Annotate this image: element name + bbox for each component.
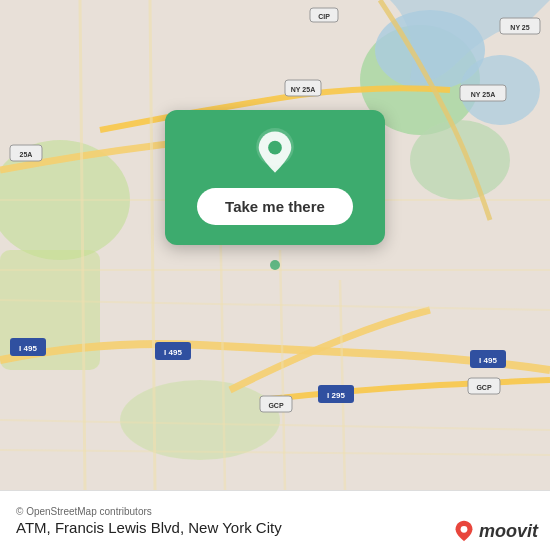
svg-text:GCP: GCP (476, 384, 492, 391)
location-pin-icon (251, 128, 299, 176)
svg-point-40 (270, 260, 280, 270)
svg-text:I 495: I 495 (479, 356, 497, 365)
moovit-pin-icon (453, 520, 475, 542)
moovit-logo: moovit (453, 520, 538, 542)
map-container: I 495 I 495 I 495 25A NY 25A NY 25A NY 2… (0, 0, 550, 490)
svg-point-5 (120, 380, 280, 460)
bottom-bar: © OpenStreetMap contributors ATM, Franci… (0, 490, 550, 550)
map-attribution: © OpenStreetMap contributors (16, 506, 534, 517)
svg-point-3 (410, 120, 510, 200)
svg-text:25A: 25A (20, 151, 33, 158)
svg-text:I 495: I 495 (19, 344, 37, 353)
svg-text:I 295: I 295 (327, 391, 345, 400)
svg-text:CIP: CIP (318, 13, 330, 20)
svg-text:GCP: GCP (268, 402, 284, 409)
svg-point-43 (461, 526, 468, 533)
moovit-brand-text: moovit (479, 521, 538, 542)
svg-text:NY 25A: NY 25A (291, 86, 315, 93)
map-svg: I 495 I 495 I 495 25A NY 25A NY 25A NY 2… (0, 0, 550, 490)
location-card: Take me there (165, 110, 385, 245)
svg-text:NY 25A: NY 25A (471, 91, 495, 98)
svg-text:I 495: I 495 (164, 348, 182, 357)
svg-text:NY 25: NY 25 (510, 24, 529, 31)
take-me-there-button[interactable]: Take me there (197, 188, 353, 225)
svg-point-42 (268, 141, 282, 155)
